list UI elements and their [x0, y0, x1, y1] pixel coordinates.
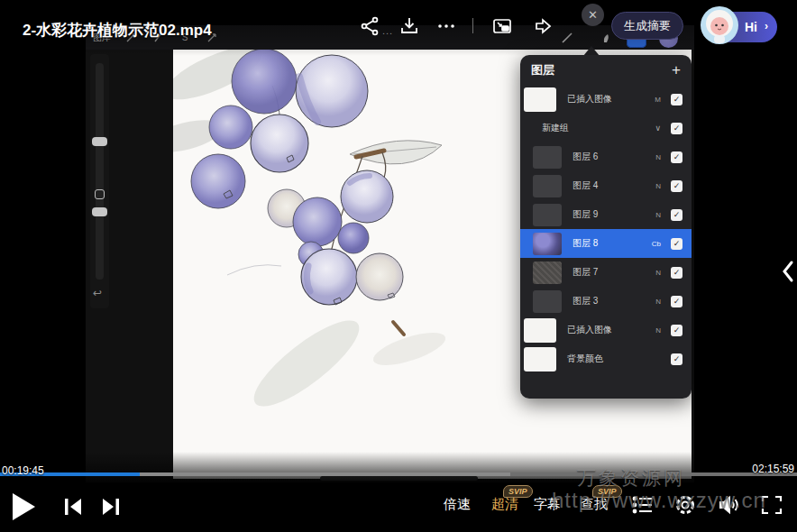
- chevron-right-icon: ›: [765, 20, 768, 32]
- toolbar-divider: [472, 18, 473, 33]
- layer-row: 图层 7 N ✓: [520, 258, 692, 287]
- close-icon[interactable]: ✕: [582, 4, 604, 26]
- download-icon[interactable]: [398, 15, 420, 37]
- svip-badge: SVIP: [592, 485, 622, 498]
- play-icon[interactable]: [13, 493, 35, 520]
- modify-button: [95, 189, 105, 199]
- playlist-icon[interactable]: [631, 493, 655, 517]
- visibility-checkbox: ✓: [671, 353, 682, 365]
- layer-name: 背景颜色: [567, 353, 603, 365]
- layer-name: 图层 7: [573, 266, 598, 279]
- slider-track: [96, 63, 104, 280]
- fullscreen-icon[interactable]: [760, 493, 783, 517]
- video-frame[interactable]: 图库 S ↩ 图层 +: [86, 25, 694, 482]
- visibility-checkbox: ✓: [671, 94, 682, 105]
- assistant-button[interactable]: Hi ›: [703, 12, 777, 42]
- layer-row: 图层 9 N ✓: [520, 200, 692, 229]
- layer-name: 新建组: [542, 122, 569, 134]
- assistant-avatar: [700, 5, 739, 45]
- settings-gear-icon[interactable]: [673, 493, 697, 517]
- overflow-dots: ...: [382, 25, 393, 36]
- brush-size-handle: [92, 137, 107, 146]
- video-player: 图库 S ↩ 图层 +: [0, 0, 797, 532]
- blend-mode-label: Cb: [652, 240, 661, 248]
- next-track-icon[interactable]: [99, 495, 123, 518]
- layer-name: 图层 6: [573, 151, 598, 163]
- layers-panel-header: 图层 +: [520, 55, 692, 85]
- seek-bar[interactable]: [0, 472, 797, 476]
- visibility-checkbox: ✓: [671, 180, 682, 192]
- blend-mode-label: N: [655, 269, 661, 277]
- layer-row: 图层 3 N ✓: [520, 287, 692, 316]
- player-controls-bar: 倍速 超清 SVIP 字幕 查找 SVIP: [0, 482, 797, 532]
- layer-row: 已插入图像 N ✓: [520, 316, 692, 344]
- blend-mode-label: N: [655, 182, 661, 190]
- layer-thumbnail: [533, 204, 562, 226]
- total-time: 02:15:59: [752, 463, 794, 475]
- playback-speed-button[interactable]: 倍速: [444, 496, 471, 513]
- brush-icon: [560, 31, 574, 45]
- previous-track-icon[interactable]: [61, 495, 85, 518]
- undo-icon: ↩: [93, 287, 106, 300]
- blend-mode-label: N: [655, 326, 661, 335]
- generate-summary-button[interactable]: 生成摘要: [611, 12, 683, 40]
- chevron-down-icon: ∨: [655, 124, 661, 133]
- video-title: 2-水彩花卉植物示范02.mp4: [23, 20, 212, 41]
- layer-row: 图层 4 N ✓: [520, 171, 692, 200]
- layers-panel: 图层 + 已插入图像 M ✓ 新建组 ∨ ✓ 图层 6 N ✓: [520, 55, 692, 399]
- assistant-label: Hi: [745, 20, 757, 34]
- visibility-checkbox: ✓: [671, 123, 682, 134]
- brush-sidebar: ↩: [90, 54, 109, 308]
- picture-in-picture-icon[interactable]: [491, 15, 513, 37]
- layer-row: 已插入图像 M ✓: [520, 85, 692, 114]
- brush-opacity-handle: [92, 207, 107, 216]
- layer-thumbnail: [524, 318, 556, 343]
- ipad-home-indicator: [320, 476, 478, 481]
- open-playlist-chevron-icon[interactable]: [781, 260, 795, 283]
- blend-mode-label: N: [655, 211, 661, 219]
- quality-button[interactable]: 超清: [491, 496, 518, 513]
- add-layer-icon: +: [672, 62, 681, 78]
- subtitles-button[interactable]: 字幕: [534, 496, 561, 513]
- layer-name: 图层 4: [573, 179, 598, 192]
- layer-row: 图层 6 N ✓: [520, 142, 692, 171]
- layer-name: 图层 3: [573, 295, 598, 307]
- layer-group-row: 新建组 ∨ ✓: [520, 114, 692, 142]
- background-layer-row: 背景颜色 ✓: [520, 344, 692, 373]
- layer-name: 图层 8: [573, 237, 598, 250]
- visibility-checkbox: ✓: [671, 151, 682, 163]
- blend-mode-label: M: [655, 96, 661, 104]
- visibility-checkbox: ✓: [671, 238, 682, 250]
- visibility-checkbox: ✓: [671, 325, 682, 336]
- blend-mode-label: N: [655, 298, 661, 306]
- layers-panel-title: 图层: [531, 62, 554, 78]
- volume-icon[interactable]: [717, 493, 740, 517]
- layer-name: 图层 9: [573, 208, 598, 221]
- find-button[interactable]: 查找: [581, 496, 608, 513]
- share-icon[interactable]: [359, 15, 380, 37]
- layer-thumbnail: [533, 290, 562, 313]
- layer-thumbnail: [533, 233, 562, 255]
- layer-thumbnail: [533, 175, 562, 197]
- current-time: 00:19:45: [2, 464, 44, 477]
- layer-row-selected: 图层 8 Cb ✓: [520, 229, 692, 258]
- layer-name: 已插入图像: [567, 324, 612, 336]
- more-icon[interactable]: [435, 15, 457, 37]
- visibility-checkbox: ✓: [671, 296, 682, 307]
- svip-badge: SVIP: [503, 485, 533, 498]
- layer-thumbnail: [524, 87, 556, 112]
- layer-name: 已插入图像: [567, 93, 612, 105]
- visibility-checkbox: ✓: [671, 209, 682, 221]
- blend-mode-label: N: [655, 153, 661, 161]
- visibility-checkbox: ✓: [671, 267, 682, 279]
- smudge-icon: [600, 31, 614, 45]
- layer-thumbnail: [533, 146, 562, 169]
- layer-thumbnail: [524, 347, 556, 371]
- trim-icon[interactable]: [532, 15, 554, 37]
- layer-thumbnail: [533, 261, 562, 284]
